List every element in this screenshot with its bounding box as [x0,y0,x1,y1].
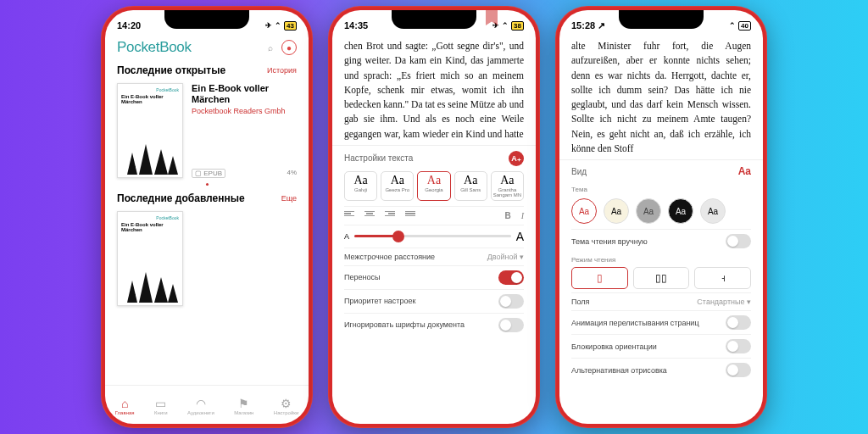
font-size-slider[interactable]: A A [344,225,524,248]
reading-mode-picker: ▯ ▯▯ ⫞ [571,264,751,292]
search-icon[interactable]: ⌕ [268,43,273,53]
bold-button[interactable]: B [504,211,510,220]
book-cover[interactable]: PocketBook Ein E-Book voller Märchen [117,211,183,306]
headphones-icon: ◠ [196,398,206,409]
gear-icon: ⚙ [281,398,292,409]
theme-dark[interactable]: Aa [668,198,693,224]
panel-title: Настройки текста [344,153,413,163]
tab-books[interactable]: ▭Книги [154,398,168,415]
margins-row[interactable]: Поля Стандартные ▾ [571,292,751,310]
mode-two-page[interactable]: ▯▯ [633,267,690,289]
airplane-icon: ✈︎ [265,21,272,30]
tab-home[interactable]: ⌂Главная [115,398,135,415]
mode-scroll[interactable]: ⫞ [694,267,751,289]
small-a-icon: A [344,232,349,241]
wifi-icon: ⌃ [275,21,281,30]
svg-marker-1 [139,144,153,175]
svg-point-11 [160,295,165,300]
font-option-geeza[interactable]: AaGeeza Pro [381,171,414,201]
theme-sepia[interactable]: Aa [604,198,629,224]
theme-picker: Aa Aa Aa Aa Aa [571,193,751,229]
orientation-lock-label: Блокировка ориентации [571,342,657,351]
cover-art-icon [120,127,181,175]
reader-page-text[interactable]: chen Brot und sagte: „Gott segne dir's",… [332,36,536,145]
status-time: 14:20 [117,20,141,31]
phone-view-settings: 15:28 ↗ ⌃ 40 alte Minister fuhr fort, di… [555,6,767,428]
status-time: 15:28 [571,20,595,31]
theme-light[interactable]: Aa [700,198,726,224]
manual-theme-label: Тема чтения вручную [571,237,648,246]
reader-page-text[interactable]: alte Minister fuhr fort, die Augen aufzu… [559,36,763,159]
app-logo: PocketBook [117,39,192,56]
format-badge: ▢ EPUB [192,169,225,178]
theme-label: Тема [571,182,751,193]
svg-point-4 [131,165,136,170]
status-time: 14:35 [344,20,368,31]
svg-marker-7 [139,272,153,303]
alt-render-label: Альтернативная отрисовка [571,366,667,375]
anim-toggle[interactable] [726,315,751,330]
hyphens-label: Переносы [344,273,380,281]
panel-title: Вид [571,167,587,176]
font-option-georgia[interactable]: AaGeorgia [417,171,450,201]
notch [164,10,249,29]
orientation-lock-toggle[interactable] [726,339,751,353]
history-link[interactable]: История [267,66,297,75]
tab-settings[interactable]: ⚙Настройки [274,398,298,415]
big-a-icon: A [516,230,524,243]
book-publisher: Pocketbook Readers Gmbh [192,107,297,115]
books-icon: ▭ [155,398,166,409]
cover-art-icon [120,255,181,303]
font-picker: AaGalvji AaGeeza Pro AaGeorgia AaGill Sa… [344,171,524,201]
reading-mode-label: Режим чтения [571,253,751,264]
wifi-icon: ⌃ [502,21,509,30]
line-spacing-row[interactable]: Межстрочное расстояние Двойной ▾ [344,248,524,265]
tab-bar: ⌂Главная ▭Книги ◠Аудиокниги ⚑Магазин ⚙На… [105,385,309,424]
align-right-icon[interactable] [385,211,395,220]
mode-single-page[interactable]: ▯ [571,267,628,289]
svg-marker-3 [168,156,178,175]
ignore-fonts-toggle[interactable] [498,318,524,332]
recent-book-row[interactable]: PocketBook Ein E-Book voller Märchen Ein… [105,80,309,181]
notch [392,10,476,29]
priority-toggle[interactable] [498,294,524,309]
battery-level: 43 [284,21,297,31]
location-icon: ↗ [598,20,605,31]
svg-point-5 [160,167,165,172]
italic-button[interactable]: I [521,211,524,220]
svg-marker-0 [127,153,137,175]
anim-label: Анимация перелистывания страниц [571,319,699,327]
aa-icon[interactable]: Aa [738,165,751,177]
manual-theme-toggle[interactable] [726,234,751,248]
book-cover[interactable]: PocketBook Ein E-Book voller Märchen [117,83,183,178]
section-recent-title: Последние открытые [117,64,225,76]
alt-render-toggle[interactable] [726,363,751,377]
theme-gray[interactable]: Aa [636,198,661,224]
tab-store[interactable]: ⚑Магазин [234,398,253,415]
font-option-grantha[interactable]: AaGrantha Sangam MN [491,171,524,201]
priority-label: Приоритет настроек [344,297,415,305]
more-link[interactable]: Еще [281,194,297,203]
notch [619,10,704,29]
hyphens-toggle[interactable] [498,270,524,285]
tab-audiobooks[interactable]: ◠Аудиокниги [187,398,214,415]
home-icon: ⌂ [121,398,128,409]
align-left-icon[interactable] [344,211,354,220]
battery-level: 40 [738,21,751,31]
svg-marker-6 [127,281,137,303]
font-option-galvji[interactable]: AaGalvji [344,171,377,201]
section-added-title: Последние добавленные [117,192,245,204]
align-justify-icon[interactable] [405,211,415,220]
font-option-gillsans[interactable]: AaGill Sans [454,171,487,201]
phone-library: 14:20 ✈︎ ⌃ 43 PocketBook ⌕ ● Последние о… [101,6,313,428]
ignore-fonts-label: Игнорировать шрифты документа [344,320,465,329]
store-icon: ⚑ [238,398,249,409]
battery-level: 38 [511,21,524,31]
align-center-icon[interactable] [364,211,375,220]
text-settings-icon[interactable]: A₊ [509,151,524,166]
profile-icon[interactable]: ● [281,40,297,55]
svg-marker-9 [168,284,178,303]
svg-point-10 [131,293,136,298]
reading-progress: 4% [287,169,297,178]
theme-white[interactable]: Aa [571,198,597,224]
